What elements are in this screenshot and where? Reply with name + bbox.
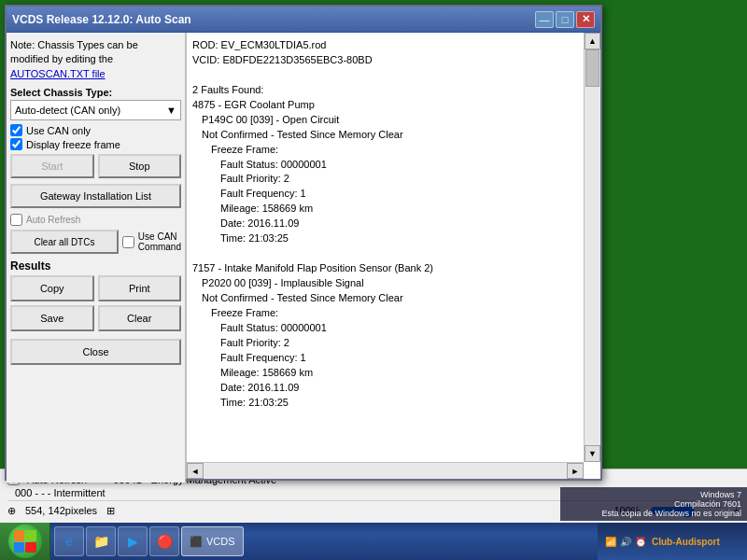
copy-button[interactable]: Copy [10, 275, 94, 301]
autoscan-link[interactable]: AUTOSCAN.TXT file [10, 68, 106, 79]
windows-version: Windows 7 [566, 490, 741, 499]
windows-logo-icon [14, 530, 36, 553]
taskbar-vcds-item[interactable]: ⬛ VCDS [181, 526, 244, 556]
rod-line: ROD: EV_ECM30LTDIA5.rod [192, 38, 578, 53]
close-main-button[interactable]: Close [10, 339, 181, 365]
display-freeze-row: Display freeze frame [10, 138, 181, 150]
fault2-detail2: Not Confirmed - Tested Since Memory Clea… [192, 291, 578, 306]
coordinates: 554, 142pixeles [25, 505, 97, 516]
use-can-row: Use CAN only [10, 124, 181, 136]
auto-refresh-checkbox[interactable] [10, 214, 22, 226]
taskbar-ie-icon[interactable]: e [54, 526, 84, 556]
scan-text-area: ROD: EV_ECM30LTDIA5.rod VCID: E8DFDE2213… [187, 33, 584, 462]
fault2-mileage: Mileage: 158669 km [192, 366, 578, 381]
clear-button[interactable]: Clear [98, 305, 182, 331]
save-button[interactable]: Save [10, 305, 94, 331]
clear-dtc-button[interactable]: Clear all DTCs [10, 230, 119, 254]
scan-results-panel: ROD: EV_ECM30LTDIA5.rod VCID: E8DFDE2213… [186, 33, 600, 479]
title-bar: VCDS Release 12.12.0: Auto Scan — □ ✕ [7, 7, 600, 33]
display-freeze-label: Display freeze frame [26, 139, 120, 150]
fault1-freeze: Freeze Frame: [192, 143, 578, 158]
fault2-status: Fault Status: 00000001 [192, 321, 578, 336]
watermark-text: Esta copia de Windows no es original [566, 509, 741, 518]
minimize-button[interactable]: — [535, 11, 554, 28]
resize-icon: ⊞ [106, 505, 115, 517]
faults-found: 2 Faults Found: [192, 83, 578, 98]
horizontal-scrollbar[interactable]: ◄ ► [187, 462, 584, 479]
tray-icons: 📶 🔊 ⏰ [605, 537, 646, 547]
fault2-date: Date: 2016.11.09 [192, 381, 578, 396]
select-chassis-label: Select Chassis Type: [10, 87, 181, 98]
start-stop-row: Start Stop [10, 154, 181, 178]
system-tray: 📶 🔊 ⏰ Club-Audisport [598, 523, 747, 560]
fault1-time: Time: 21:03:25 [192, 231, 578, 246]
fault2-freq: Fault Frequency: 1 [192, 351, 578, 366]
note-text: Note: Chassis Types can be modified by e… [10, 38, 181, 81]
results-buttons: Copy Print Save Clear [10, 275, 181, 331]
use-can-cmd-label: Use CANCommand [138, 231, 181, 252]
start-button[interactable] [0, 523, 50, 560]
auto-refresh-label: Auto Refresh [26, 215, 80, 225]
display-freeze-checkbox[interactable] [10, 138, 22, 150]
fault1-code: 4875 - EGR Coolant Pump [192, 98, 578, 113]
taskbar-media-icon[interactable]: ▶ [118, 526, 148, 556]
fault1-priority: Fault Priority: 2 [192, 172, 578, 187]
scroll-down-button[interactable]: ▼ [585, 445, 600, 462]
tray-clock-icon: ⏰ [635, 537, 646, 547]
stop-button[interactable]: Stop [98, 154, 182, 178]
scroll-left-button[interactable]: ◄ [187, 463, 204, 479]
maximize-button[interactable]: □ [556, 11, 574, 28]
tray-sound-icon[interactable]: 🔊 [620, 537, 631, 547]
bottom-fault-sub: 000 - - - Intermittent [15, 487, 106, 498]
use-can-checkbox[interactable] [10, 124, 22, 136]
vertical-scrollbar[interactable]: ▲ ▼ [584, 33, 600, 462]
fault1-date: Date: 2016.11.09 [192, 217, 578, 231]
fault2-freeze: Freeze Frame: [192, 306, 578, 321]
use-can-cmd-checkbox[interactable] [122, 236, 134, 248]
fault1-mileage: Mileage: 158669 km [192, 202, 578, 217]
windows-orb[interactable] [8, 525, 42, 558]
fault2-code: 7157 - Intake Manifold Flap Position Sen… [192, 261, 578, 276]
taskbar-folder-icon[interactable]: 📁 [86, 526, 116, 556]
fault1-detail1: P149C 00 [039] - Open Circuit [192, 113, 578, 128]
scroll-up-button[interactable]: ▲ [585, 33, 600, 49]
club-audisport-logo: Club-Audisport [652, 537, 720, 547]
left-panel: Note: Chassis Types can be modified by e… [7, 33, 186, 483]
taskbar: e 📁 ▶ 🔴 ⬛ VCDS 📶 🔊 ⏰ Club-Audisport [0, 523, 747, 560]
fault1-status: Fault Status: 00000001 [192, 158, 578, 173]
window-controls: — □ ✕ [535, 11, 595, 28]
fault2-time: Time: 21:03:25 [192, 396, 578, 411]
fault1-freq: Fault Frequency: 1 [192, 187, 578, 202]
taskbar-vcds-label: VCDS [206, 536, 235, 547]
gateway-button[interactable]: Gateway Installation List [10, 184, 181, 208]
vcds-window: VCDS Release 12.12.0: Auto Scan — □ ✕ No… [5, 5, 602, 481]
windows-watermark: Windows 7 Compilación 7601 Esta copia de… [560, 487, 747, 521]
scroll-right-button[interactable]: ► [567, 463, 584, 479]
scroll-thumb[interactable] [585, 49, 599, 87]
results-label: Results [10, 259, 181, 273]
auto-refresh-row: Auto Refresh [10, 214, 181, 226]
tray-network-icon[interactable]: 📶 [605, 537, 616, 547]
crosshair-icon: ⊕ [7, 505, 16, 517]
clear-dtc-row: Clear all DTCs Use CANCommand [10, 230, 181, 254]
vcid-line: VCID: E8DFDE2213D3565EBC3-80BD [192, 53, 578, 68]
chevron-down-icon: ▼ [166, 105, 176, 116]
close-button[interactable]: ✕ [576, 11, 595, 28]
build-info: Compilación 7601 [566, 499, 741, 509]
print-button[interactable]: Print [98, 275, 182, 301]
start-button[interactable]: Start [10, 154, 94, 178]
taskbar-items: e 📁 ▶ 🔴 ⬛ VCDS [50, 526, 598, 556]
fault2-detail1: P2020 00 [039] - Implausible Signal [192, 276, 578, 291]
fault2-priority: Fault Priority: 2 [192, 336, 578, 351]
taskbar-chrome-icon[interactable]: 🔴 [149, 526, 179, 556]
chassis-dropdown[interactable]: Auto-detect (CAN only) ▼ [10, 100, 181, 120]
fault1-detail2: Not Confirmed - Tested Since Memory Clea… [192, 128, 578, 143]
window-title: VCDS Release 12.12.0: Auto Scan [12, 13, 191, 26]
use-can-label: Use CAN only [26, 125, 91, 136]
